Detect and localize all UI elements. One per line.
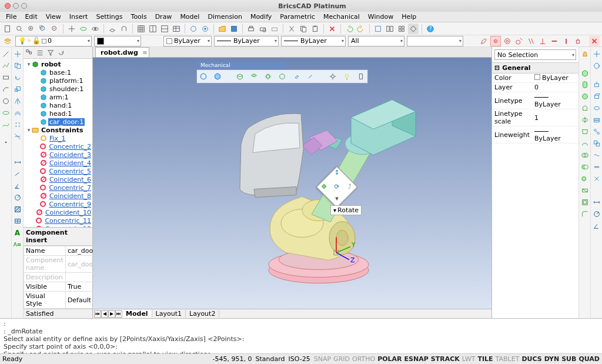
point-icon[interactable] <box>1 138 11 147</box>
status-toggle-tablet[interactable]: TABLET <box>496 355 520 363</box>
constraint-coincident-icon[interactable] <box>490 36 501 46</box>
render-icon[interactable] <box>188 24 199 34</box>
menu-draw[interactable]: Draw <box>152 12 176 22</box>
tree-root[interactable]: ▾robot <box>26 60 92 68</box>
menu-help[interactable]: Help <box>398 12 420 22</box>
mirror-icon[interactable] <box>13 96 22 106</box>
tree-part-selected[interactable]: car_door:1 <box>34 118 92 126</box>
help-icon[interactable]: ? <box>425 24 436 34</box>
ellipse-icon[interactable] <box>1 108 11 118</box>
table-icon[interactable] <box>171 24 182 34</box>
mech-light-icon[interactable] <box>342 71 352 82</box>
layer-filter-dropdown[interactable]: All <box>348 36 404 46</box>
component-tree[interactable]: ▾robot base:1 platform:1 shoulder:1 arm:… <box>24 59 92 227</box>
mechanical-floating-toolbar[interactable]: Mechanical <box>196 69 368 84</box>
orbit-icon[interactable] <box>78 24 89 34</box>
properties-icon[interactable] <box>373 24 383 34</box>
solid-cylinder-icon[interactable] <box>580 80 590 89</box>
constraint-edit-icon[interactable] <box>479 36 489 46</box>
prop-value[interactable]: 0 <box>532 83 578 92</box>
solid-box-icon[interactable] <box>580 68 590 78</box>
constraint-tangent-icon[interactable] <box>514 36 524 46</box>
constraint-horizontal-icon[interactable] <box>549 36 560 46</box>
text-icon[interactable]: A <box>13 228 22 238</box>
menu-dimension[interactable]: Dimension <box>204 12 245 22</box>
dim-angular-icon[interactable] <box>13 181 22 191</box>
layout-icon[interactable] <box>148 24 158 34</box>
mech-explode-icon[interactable] <box>263 71 273 82</box>
status-toggle-dyn[interactable]: DYN <box>544 355 560 363</box>
mech-attach-icon[interactable] <box>356 71 366 82</box>
mech-update-icon[interactable] <box>277 71 287 82</box>
tree-constraint[interactable]: Coincident_3 <box>34 151 92 159</box>
explorer-icon[interactable] <box>384 24 395 34</box>
constraint-parallel-icon[interactable] <box>526 36 536 46</box>
status-toggle-lwt[interactable]: LWT <box>462 355 476 363</box>
fillet-icon[interactable] <box>580 209 590 219</box>
layout-tab-2[interactable]: Layout2 <box>186 310 219 318</box>
spline-icon[interactable] <box>1 120 11 129</box>
mech-box-icon[interactable] <box>235 71 245 82</box>
solid-sphere-icon[interactable] <box>580 92 590 101</box>
circle-icon[interactable] <box>1 96 11 106</box>
menu-settings[interactable]: Settings <box>92 12 126 22</box>
offset-icon[interactable] <box>13 108 22 118</box>
delete-icon[interactable] <box>327 24 337 34</box>
layer-dropdown[interactable]: 💡☀🔓0 <box>15 36 92 46</box>
quad-toggle-icon[interactable] <box>408 24 419 34</box>
grid-icon[interactable] <box>136 24 146 34</box>
status-toggle-sub[interactable]: SUB <box>561 355 576 363</box>
dim-radius-icon[interactable] <box>13 193 22 202</box>
lineweight-dropdown[interactable]: ByLayer <box>281 36 346 46</box>
solid-sweep-icon[interactable] <box>580 139 590 148</box>
layout-tab-1[interactable]: Layout1 <box>152 310 186 318</box>
scale-icon[interactable] <box>13 85 22 94</box>
solid-revolve-icon[interactable] <box>580 115 590 125</box>
ucs-icon[interactable] <box>119 24 129 34</box>
mech-unlink-icon[interactable] <box>305 71 316 82</box>
render-settings-icon[interactable] <box>200 24 210 34</box>
status-toggle-quad[interactable]: QUAD <box>578 355 600 363</box>
dim-linear-icon[interactable] <box>13 158 22 167</box>
constraint-perpendicular-icon[interactable] <box>537 36 548 46</box>
constraint-delete-icon[interactable] <box>589 36 600 46</box>
zoom-previous-icon[interactable] <box>49 24 60 34</box>
layout-last-icon[interactable]: ⏭ <box>115 310 122 318</box>
menu-window[interactable]: Window <box>364 12 397 22</box>
pan-icon[interactable] <box>66 24 77 34</box>
status-toggle-tile[interactable]: TILE <box>478 355 493 363</box>
redo-icon[interactable] <box>356 24 366 34</box>
solid-subtract-icon[interactable] <box>580 162 590 172</box>
mech-insert-icon[interactable] <box>212 71 223 82</box>
tree-constraint[interactable]: Concentric_2 <box>34 142 92 151</box>
tree-part[interactable]: platform:1 <box>34 76 92 85</box>
menu-mechanical[interactable]: Mechanical <box>320 12 363 22</box>
print-preview-icon[interactable] <box>257 24 268 34</box>
tree-part[interactable]: shoulder:1 <box>34 85 92 93</box>
menu-model[interactable]: Model <box>176 12 203 22</box>
dm-copy-faces-icon[interactable] <box>592 139 601 148</box>
solid-intersect-icon[interactable] <box>580 174 590 183</box>
save-icon[interactable] <box>229 24 239 34</box>
tree-constraints-hdr[interactable]: ▾Constraints <box>26 126 92 134</box>
dm-extrude-icon[interactable] <box>592 92 601 101</box>
solid-union-icon[interactable] <box>580 151 590 160</box>
tree-constraint[interactable]: Concentric_7 <box>34 183 92 192</box>
dm-push-pull-icon[interactable] <box>592 80 601 89</box>
section-icon[interactable] <box>580 186 590 195</box>
paste-icon[interactable] <box>310 24 320 34</box>
move-icon[interactable] <box>13 49 22 59</box>
tree-constraint[interactable]: Coincident_4 <box>34 159 92 167</box>
dm-radius-icon[interactable] <box>592 209 601 219</box>
array-icon[interactable] <box>13 120 22 129</box>
window-maximize-icon[interactable] <box>21 3 27 9</box>
constraint-vertical-icon[interactable] <box>561 36 571 46</box>
dm-angle-icon[interactable] <box>592 221 601 231</box>
tree-part[interactable]: hand:1 <box>34 101 92 109</box>
dm-delete-icon[interactable] <box>592 174 601 183</box>
color-bylayer-dropdown[interactable]: ByLayer <box>163 36 212 46</box>
dim-aligned-icon[interactable] <box>13 169 22 179</box>
table2-icon[interactable] <box>13 216 22 226</box>
constraint-concentric-icon[interactable] <box>502 36 513 46</box>
mech-assembly-icon[interactable] <box>198 71 209 82</box>
